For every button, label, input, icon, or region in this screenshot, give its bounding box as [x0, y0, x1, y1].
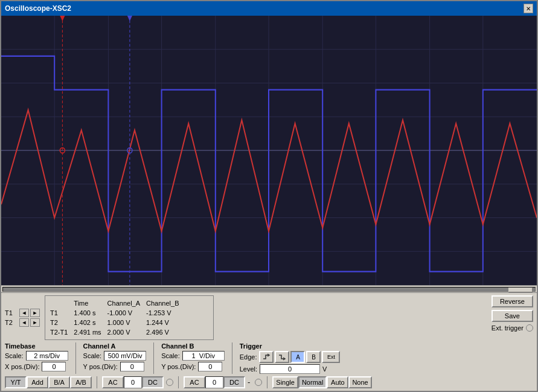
t2t1-ch-b: 2.496 V	[146, 328, 184, 336]
channel-a-zero-input[interactable]	[124, 376, 142, 388]
channel-b-title: Channel B	[161, 342, 225, 350]
timebase-xpos-row: X pos.(Div):	[5, 362, 68, 371]
channel-b-ypos-input[interactable]	[198, 362, 222, 371]
title-bar: Oscilloscope-XSC2 ✕	[1, 1, 537, 16]
t2t1-time: 2.491 ms	[74, 328, 106, 336]
trigger-edge-label: Edge:	[240, 353, 257, 361]
right-buttons: Reverse Save Ext. trigger	[492, 295, 533, 340]
reverse-button[interactable]: Reverse	[492, 295, 533, 307]
t2-measurements: T2 1.402 s 1.000 V 1.244 V	[50, 318, 184, 327]
t2-ch-b: 1.244 V	[146, 318, 184, 327]
timebase-section: Timebase Scale: X pos.(Div):	[5, 342, 68, 371]
display-mode-buttons: Y/T Add B/A A/B	[5, 376, 92, 388]
t2t1-ch-a: 2.000 V	[107, 328, 145, 336]
header-empty	[50, 299, 72, 307]
trigger-ch-a-btn[interactable]: A	[290, 351, 305, 363]
channel-a-scale-row: Scale:	[83, 351, 147, 361]
edge-rise-btn[interactable]	[259, 351, 274, 363]
controls-row1: T1 ◄ ► T2 ◄ ► Time Channel_A Cha	[5, 295, 533, 340]
divider-3	[232, 342, 232, 374]
trigger-v-label: V	[322, 365, 327, 373]
channel-a-ypos-input[interactable]	[120, 362, 144, 371]
trigger-edge-row: Edge:	[240, 351, 341, 363]
edge-fall-btn[interactable]	[275, 351, 289, 363]
controls-area: T1 ◄ ► T2 ◄ ► Time Channel_A Cha	[1, 292, 537, 391]
channel-b-ypos-row: Y pos.(Div):	[161, 362, 225, 371]
save-button[interactable]: Save	[492, 310, 533, 322]
ba-button[interactable]: B/A	[48, 376, 70, 388]
timebase-scale-input[interactable]	[26, 351, 68, 361]
window-title: Oscilloscope-XSC2	[5, 4, 71, 13]
scope-svg	[1, 16, 537, 285]
t2-left-btn[interactable]: ◄	[19, 318, 29, 327]
edge-buttons: A B Ext	[259, 351, 340, 363]
t2-ch-a: 1.000 V	[107, 318, 145, 327]
horizontal-scrollbar[interactable]	[1, 285, 537, 292]
channel-a-coupling-buttons: AC DC	[102, 376, 164, 388]
header-ch-b: Channel_B	[146, 299, 184, 307]
divider-4	[97, 376, 97, 388]
scrollbar-track[interactable]	[2, 287, 536, 292]
divider-2	[153, 342, 154, 374]
channel-b-dc-button[interactable]: DC	[223, 376, 245, 388]
trigger-level-label: Level:	[240, 365, 257, 373]
timebase-xpos-label: X pos.(Div):	[5, 363, 39, 370]
ext-trigger-row: Ext. trigger	[492, 324, 533, 332]
channel-a-dc-button[interactable]: DC	[142, 376, 164, 388]
add-button[interactable]: Add	[27, 376, 48, 388]
ab-button[interactable]: A/B	[70, 376, 92, 388]
close-button[interactable]: ✕	[524, 4, 533, 13]
t1-left-btn[interactable]: ◄	[19, 309, 29, 317]
t1-row: T1 ◄ ►	[5, 309, 40, 317]
channel-b-section: Channel B Scale: Y pos.(Div):	[161, 342, 225, 371]
channel-b-minus: -	[245, 376, 252, 388]
trigger-ch-b-btn[interactable]: B	[306, 351, 321, 363]
normal-button[interactable]: Normal	[298, 376, 327, 388]
yt-button[interactable]: Y/T	[5, 376, 27, 388]
measurements-table: Time Channel_A Channel_B T1 1.400 s -1.0…	[49, 298, 185, 338]
none-button[interactable]: None	[348, 376, 371, 388]
channel-a-scale-label: Scale:	[83, 352, 102, 359]
scrollbar-thumb[interactable]	[508, 288, 533, 292]
oscilloscope-window: Oscilloscope-XSC2 ✕	[0, 0, 538, 392]
channel-b-zero-input[interactable]	[205, 376, 223, 388]
channel-a-scale-input[interactable]	[104, 351, 146, 361]
trigger-section: Trigger Edge:	[240, 342, 341, 374]
t1-right-btn[interactable]: ►	[30, 309, 40, 317]
t1-time: 1.400 s	[74, 309, 106, 317]
trigger-ext-btn[interactable]: Ext	[322, 351, 340, 363]
controls-row2: Timebase Scale: X pos.(Div): Channel A S…	[5, 342, 533, 374]
channel-b-coupling-buttons: AC DC -	[184, 376, 252, 388]
controls-row3: Y/T Add B/A A/B AC DC AC DC -	[5, 376, 533, 388]
divider-6	[267, 376, 267, 388]
t1-ch-a: -1.000 V	[107, 309, 145, 317]
ext-trigger-radio[interactable]	[526, 324, 533, 332]
channel-b-scale-input[interactable]	[182, 351, 225, 361]
channel-b-ypos-label: Y pos.(Div):	[161, 363, 196, 370]
channel-a-ac-button[interactable]: AC	[102, 376, 124, 388]
t2-row-label: T2	[50, 318, 72, 327]
t1-measurements: T1 1.400 s -1.000 V -1.253 V	[50, 309, 184, 317]
channel-b-scale-label: Scale:	[161, 352, 180, 359]
ext-trigger-label: Ext. trigger	[492, 324, 524, 332]
t2-time: 1.402 s	[74, 318, 106, 327]
header-ch-a: Channel_A	[107, 299, 145, 307]
trigger-mode-buttons: Single Normal Auto None	[272, 376, 371, 388]
t2-right-btn[interactable]: ►	[30, 318, 40, 327]
trigger-title: Trigger	[240, 342, 341, 350]
single-button[interactable]: Single	[272, 376, 298, 388]
divider-1	[75, 342, 76, 374]
timebase-scale-row: Scale:	[5, 351, 68, 361]
divider-5	[178, 376, 179, 388]
t2t1-row-label: T2-T1	[50, 328, 72, 336]
t2t1-measurements: T2-T1 2.491 ms 2.000 V 2.496 V	[50, 328, 184, 336]
trigger-level-row: Level: V	[240, 364, 341, 374]
channel-b-ac-button[interactable]: AC	[184, 376, 205, 388]
t2-label: T2	[5, 319, 18, 326]
timebase-xpos-input[interactable]	[42, 362, 66, 371]
channel-b-ground	[255, 379, 262, 386]
trigger-level-input[interactable]	[260, 364, 320, 374]
measurements-header: Time Channel_A Channel_B	[50, 299, 184, 307]
channel-a-ground	[166, 379, 173, 386]
auto-button[interactable]: Auto	[327, 376, 348, 388]
